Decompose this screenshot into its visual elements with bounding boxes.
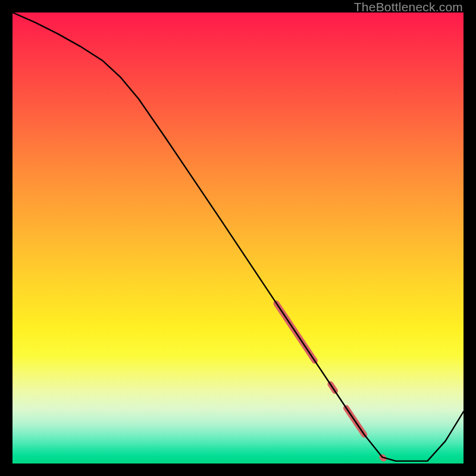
curve-line — [12, 12, 464, 461]
chart-area — [12, 12, 464, 464]
line-plot — [12, 12, 464, 464]
watermark-text: TheBottleneck.com — [354, 0, 463, 14]
